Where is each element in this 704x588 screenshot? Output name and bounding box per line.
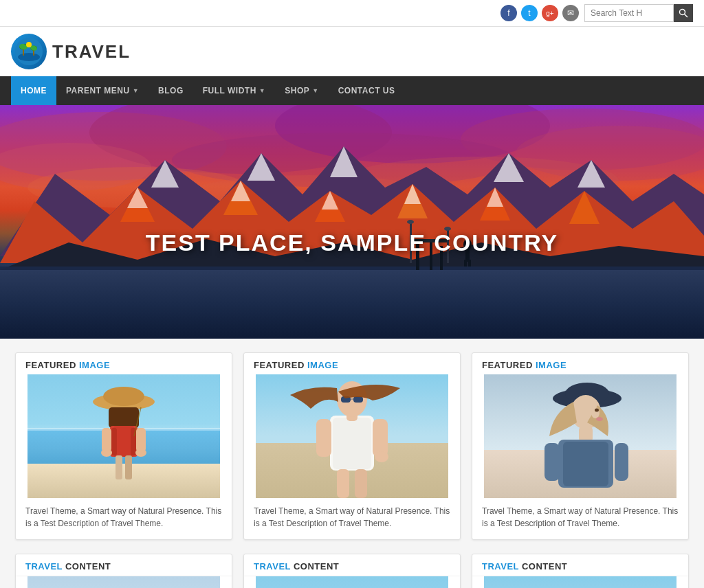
card-2-header: FEATURED IMAGE xyxy=(244,353,460,374)
svg-rect-68 xyxy=(116,455,122,479)
svg-rect-96 xyxy=(544,443,560,481)
svg-rect-65 xyxy=(136,428,146,452)
svg-rect-98 xyxy=(28,576,220,588)
card-3-description: Travel Theme, a Smart way of Natural Pre… xyxy=(472,498,688,539)
mountain-silhouette xyxy=(0,133,704,284)
travel-card-3-header: TRAVEL CONTENT xyxy=(472,554,688,576)
svg-rect-55 xyxy=(28,464,220,498)
svg-rect-64 xyxy=(102,428,111,452)
card-3-image-wrapper xyxy=(472,374,688,498)
nav-item-full-width[interactable]: FULL WIDTH ▼ xyxy=(193,76,276,105)
card-1-image-wrapper xyxy=(16,374,232,498)
card-3-image xyxy=(482,374,679,498)
nav-item-shop[interactable]: SHOP ▼ xyxy=(275,76,328,105)
featured-card-1: FEATURED IMAGE xyxy=(15,352,232,540)
svg-rect-92 xyxy=(563,442,608,486)
featured-card-3: FEATURED IMAGE xyxy=(472,352,689,540)
nav-item-contact[interactable]: CONTACT US xyxy=(329,76,405,105)
svg-rect-81 xyxy=(373,419,388,457)
dropdown-arrow-icon-2: ▼ xyxy=(259,87,265,94)
svg-point-67 xyxy=(135,449,146,457)
travel-cards-grid: TRAVEL CONTENT xyxy=(15,554,689,588)
svg-rect-47 xyxy=(464,260,467,267)
hero-title: TEST PLACE, SAMPLE COUNTRY xyxy=(146,229,558,256)
svg-line-1 xyxy=(685,14,688,18)
travel-card-2-header: TRAVEL CONTENT xyxy=(244,554,460,576)
svg-point-3 xyxy=(18,53,40,61)
travel-card-3-image xyxy=(472,576,688,588)
logo-text: TRAVEL xyxy=(52,41,131,63)
svg-rect-69 xyxy=(125,455,132,479)
travel-card-3: TRAVEL CONTENT xyxy=(472,554,689,588)
svg-rect-97 xyxy=(615,443,628,481)
googleplus-icon[interactable]: g+ xyxy=(542,5,558,21)
travel-card-1: TRAVEL CONTENT xyxy=(15,554,232,588)
logo[interactable]: TRAVEL xyxy=(11,34,131,69)
dropdown-arrow-icon: ▼ xyxy=(133,87,139,94)
logo-icon xyxy=(11,34,47,69)
featured-card-2: FEATURED IMAGE xyxy=(243,352,461,540)
search-icon xyxy=(679,8,688,18)
svg-point-66 xyxy=(101,449,112,457)
twitter-icon[interactable]: t xyxy=(521,5,538,21)
nav-item-home[interactable]: HOME xyxy=(11,76,56,105)
card-2-image xyxy=(254,374,450,498)
navigation: HOME PARENT MENU ▼ BLOG FULL WIDTH ▼ SHO… xyxy=(0,76,704,105)
svg-point-94 xyxy=(595,409,599,412)
travel-card-1-image xyxy=(16,576,232,588)
dropdown-arrow-icon-3: ▼ xyxy=(312,87,318,94)
svg-rect-107 xyxy=(256,576,448,588)
search-input[interactable] xyxy=(584,4,674,22)
svg-point-82 xyxy=(375,451,388,462)
search-bar xyxy=(584,4,693,22)
travel-card-2-image xyxy=(244,576,460,588)
header: TRAVEL xyxy=(0,27,704,76)
card-2-image-wrapper xyxy=(244,374,460,498)
svg-rect-48 xyxy=(468,260,471,267)
card-3-header: FEATURED IMAGE xyxy=(472,353,688,374)
svg-rect-90 xyxy=(579,427,593,442)
hero-section: TEST PLACE, SAMPLE COUNTRY xyxy=(0,105,704,339)
hero-background xyxy=(0,105,704,339)
svg-point-50 xyxy=(407,220,414,224)
featured-cards-grid: FEATURED IMAGE xyxy=(15,352,689,540)
social-icons: f t g+ ✉ xyxy=(500,5,579,21)
travel-card-2: TRAVEL CONTENT xyxy=(243,554,461,588)
svg-rect-62 xyxy=(111,428,117,455)
svg-rect-83 xyxy=(337,469,349,498)
card-1-description: Travel Theme, a Smart way of Natural Pre… xyxy=(16,498,232,539)
card-1-header: FEATURED IMAGE xyxy=(16,353,232,374)
svg-point-10 xyxy=(26,42,32,47)
lake-reflection xyxy=(0,270,704,339)
email-icon[interactable]: ✉ xyxy=(562,5,579,21)
featured-cards-section: FEATURED IMAGE xyxy=(0,339,704,554)
svg-rect-80 xyxy=(316,419,331,457)
card-2-description: Travel Theme, a Smart way of Natural Pre… xyxy=(244,498,460,539)
facebook-icon[interactable]: f xyxy=(500,5,517,21)
travel-card-1-header: TRAVEL CONTENT xyxy=(16,554,232,576)
svg-point-0 xyxy=(680,10,685,15)
card-1-image xyxy=(25,374,222,498)
nav-item-parent-menu[interactable]: PARENT MENU ▼ xyxy=(56,76,148,105)
svg-point-95 xyxy=(596,417,603,421)
travel-content-section: TRAVEL CONTENT xyxy=(0,554,704,588)
nav-item-blog[interactable]: BLOG xyxy=(148,76,193,105)
search-button[interactable] xyxy=(674,4,693,22)
svg-point-58 xyxy=(103,387,144,406)
top-bar: f t g+ ✉ xyxy=(0,0,704,27)
svg-rect-121 xyxy=(484,576,676,588)
svg-rect-59 xyxy=(109,407,139,428)
svg-rect-84 xyxy=(355,469,367,498)
svg-rect-74 xyxy=(333,418,371,469)
